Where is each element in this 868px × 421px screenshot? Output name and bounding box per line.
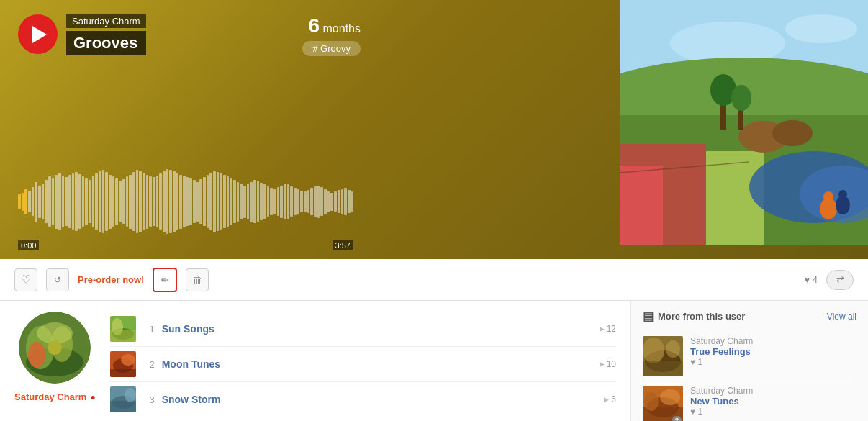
waveform-bar[interactable]: [112, 176, 115, 227]
sidebar-item-1[interactable]: Saturday Charm True Feelings ♥ 1: [643, 332, 856, 381]
waveform-bar[interactable]: [159, 173, 162, 230]
edit-button[interactable]: ✏: [153, 268, 177, 292]
waveform-bar[interactable]: [48, 176, 51, 227]
waveform-bar[interactable]: [122, 179, 125, 224]
waveform-bar[interactable]: [109, 175, 112, 229]
waveform-bar[interactable]: [163, 171, 166, 232]
waveform-bar[interactable]: [102, 170, 105, 233]
waveform-bar[interactable]: [220, 173, 222, 230]
waveform-bar[interactable]: [183, 176, 186, 227]
waveform-bar[interactable]: [99, 171, 101, 232]
track-name-3[interactable]: Snow Storm: [162, 394, 597, 405]
waveform-bar[interactable]: [209, 173, 212, 230]
waveform-bar[interactable]: [284, 184, 286, 219]
waveform-bar[interactable]: [132, 172, 135, 231]
waveform-bar[interactable]: [263, 184, 266, 219]
waveform-bar[interactable]: [105, 172, 108, 231]
waveform-bar[interactable]: [149, 176, 152, 227]
waveform-bar[interactable]: [320, 187, 323, 216]
waveform-bar[interactable]: [300, 191, 303, 212]
waveform-bar[interactable]: [65, 177, 68, 226]
sidebar-track-1[interactable]: True Feelings: [690, 346, 856, 357]
waveform-bar[interactable]: [280, 186, 283, 218]
waveform-bar[interactable]: [348, 190, 351, 213]
waveform[interactable]: [18, 166, 353, 237]
waveform-container[interactable]: 0:00 3:57: [18, 166, 353, 237]
waveform-bar[interactable]: [55, 175, 58, 229]
waveform-bar[interactable]: [307, 190, 310, 213]
waveform-bar[interactable]: [317, 186, 320, 218]
waveform-bar[interactable]: [189, 178, 192, 225]
waveform-bar[interactable]: [58, 173, 61, 230]
waveform-bar[interactable]: [68, 175, 71, 228]
waveform-bar[interactable]: [237, 182, 240, 222]
waveform-bar[interactable]: [169, 170, 172, 233]
waveform-bar[interactable]: [52, 178, 55, 225]
share-button[interactable]: ⇄: [826, 270, 854, 290]
waveform-bar[interactable]: [267, 186, 270, 217]
track-name-2[interactable]: Moon Tunes: [162, 358, 592, 370]
groovy-tag[interactable]: # Groovy: [302, 41, 361, 56]
waveform-bar[interactable]: [207, 175, 209, 228]
preorder-button[interactable]: Pre-order now!: [78, 274, 144, 285]
waveform-bar[interactable]: [294, 188, 297, 215]
waveform-bar[interactable]: [193, 180, 196, 223]
waveform-bar[interactable]: [273, 189, 276, 214]
waveform-bar[interactable]: [351, 191, 354, 212]
waveform-bar[interactable]: [136, 170, 139, 233]
waveform-bar[interactable]: [270, 188, 273, 215]
play-button[interactable]: [18, 14, 58, 54]
waveform-bar[interactable]: [260, 183, 263, 220]
waveform-bar[interactable]: [153, 177, 155, 226]
waveform-bar[interactable]: [196, 182, 199, 222]
waveform-bar[interactable]: [45, 180, 48, 223]
waveform-bar[interactable]: [78, 174, 81, 229]
waveform-bar[interactable]: [243, 186, 246, 218]
waveform-bar[interactable]: [324, 189, 327, 214]
waveform-bar[interactable]: [233, 180, 236, 223]
waveform-bar[interactable]: [213, 171, 216, 232]
waveform-bar[interactable]: [304, 191, 307, 212]
waveform-bar[interactable]: [230, 178, 232, 225]
waveform-bar[interactable]: [217, 172, 220, 231]
waveform-bar[interactable]: [143, 173, 145, 230]
waveform-bar[interactable]: [179, 175, 182, 229]
waveform-bar[interactable]: [290, 186, 293, 217]
waveform-bar[interactable]: [24, 189, 27, 214]
repost-button[interactable]: ↺: [46, 268, 69, 291]
waveform-bar[interactable]: [18, 194, 21, 209]
waveform-bar[interactable]: [253, 180, 256, 223]
waveform-bar[interactable]: [126, 176, 129, 227]
waveform-bar[interactable]: [85, 178, 88, 225]
waveform-bar[interactable]: [203, 177, 206, 226]
waveform-bar[interactable]: [250, 182, 253, 222]
waveform-bar[interactable]: [72, 173, 75, 230]
waveform-bar[interactable]: [62, 176, 65, 227]
waveform-bar[interactable]: [247, 184, 250, 219]
waveform-bar[interactable]: [115, 178, 118, 225]
waveform-bar[interactable]: [139, 171, 142, 232]
waveform-bar[interactable]: [314, 186, 317, 217]
waveform-bar[interactable]: [287, 184, 290, 219]
delete-button[interactable]: 🗑: [186, 268, 209, 291]
waveform-bar[interactable]: [92, 176, 95, 227]
waveform-bar[interactable]: [95, 173, 98, 230]
waveform-bar[interactable]: [341, 189, 344, 214]
waveform-bar[interactable]: [89, 180, 91, 223]
waveform-bar[interactable]: [38, 186, 41, 218]
artist-credit-name[interactable]: Saturday Charm: [14, 391, 86, 402]
waveform-bar[interactable]: [28, 191, 31, 212]
waveform-bar[interactable]: [82, 176, 85, 227]
waveform-bar[interactable]: [199, 179, 202, 224]
waveform-bar[interactable]: [227, 176, 230, 227]
waveform-bar[interactable]: [166, 169, 169, 234]
view-all-link[interactable]: View all: [827, 312, 856, 322]
waveform-bar[interactable]: [223, 175, 226, 228]
waveform-bar[interactable]: [186, 177, 189, 226]
waveform-bar[interactable]: [129, 175, 132, 229]
waveform-bar[interactable]: [173, 171, 176, 232]
waveform-bar[interactable]: [277, 187, 280, 216]
waveform-bar[interactable]: [146, 175, 149, 229]
waveform-bar[interactable]: [297, 189, 300, 214]
waveform-bar[interactable]: [42, 184, 45, 219]
